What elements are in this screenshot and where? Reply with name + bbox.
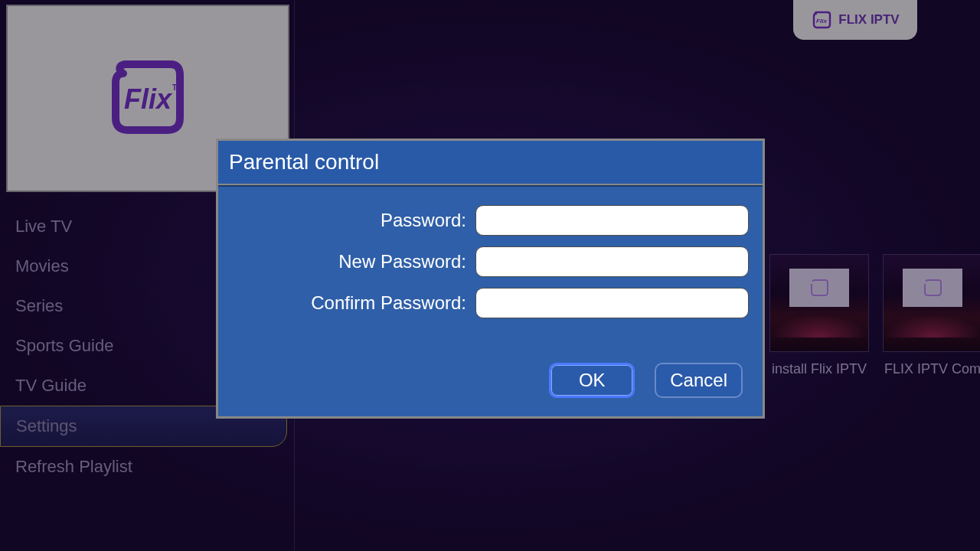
dialog-title: Parental control: [218, 141, 763, 185]
password-label: Password:: [232, 210, 475, 231]
cancel-button-label: Cancel: [670, 370, 727, 391]
password-input[interactable]: [475, 205, 749, 236]
flix-mini-logo-icon: Flix: [811, 10, 832, 30]
cancel-button[interactable]: Cancel: [655, 363, 743, 398]
form-row-confirm-password: Confirm Password:: [232, 288, 749, 318]
sidebar-item-label: Sports Guide: [15, 336, 113, 355]
thumbnail-image: [883, 254, 980, 352]
dialog-buttons: OK Cancel: [232, 363, 749, 401]
content-thumbnail[interactable]: install Flix IPTV: [769, 254, 869, 377]
sidebar-item-label: TV Guide: [15, 376, 87, 395]
ok-button[interactable]: OK: [549, 363, 635, 398]
form-row-new-password: New Password:: [232, 246, 749, 277]
dialog-body: Password: New Password: Confirm Password…: [218, 185, 763, 416]
thumbnail-label: FLIX IPTV Com: [884, 361, 980, 377]
sidebar-item-label: Series: [15, 296, 63, 315]
sidebar-item-label: Refresh Playlist: [15, 457, 132, 476]
svg-text:TV: TV: [172, 83, 182, 92]
parental-control-dialog: Parental control Password: New Password:…: [216, 139, 765, 419]
thumbnail-label: install Flix IPTV: [772, 361, 867, 377]
svg-text:Flix: Flix: [816, 18, 827, 24]
brand-badge-text: FLIX IPTV: [838, 12, 899, 28]
new-password-input[interactable]: [475, 246, 749, 277]
sidebar-item-label: Live TV: [15, 217, 72, 236]
content-thumbnail[interactable]: FLIX IPTV Com: [883, 254, 980, 377]
form-row-password: Password:: [232, 205, 749, 236]
confirm-password-label: Confirm Password:: [232, 292, 475, 314]
content-thumbnails: install Flix IPTV FLIX IPTV Com: [769, 254, 980, 377]
ok-button-label: OK: [579, 370, 606, 391]
sidebar-item-label: Settings: [16, 416, 77, 435]
new-password-label: New Password:: [232, 251, 475, 272]
flix-logo: Flix TV: [102, 57, 194, 141]
sidebar-item-refresh-playlist[interactable]: Refresh Playlist: [0, 447, 287, 487]
brand-badge: Flix FLIX IPTV: [793, 0, 917, 40]
confirm-password-input[interactable]: [475, 288, 749, 318]
sidebar-item-label: Movies: [15, 256, 69, 276]
svg-text:Flix: Flix: [124, 83, 173, 115]
thumbnail-image: [769, 254, 869, 352]
